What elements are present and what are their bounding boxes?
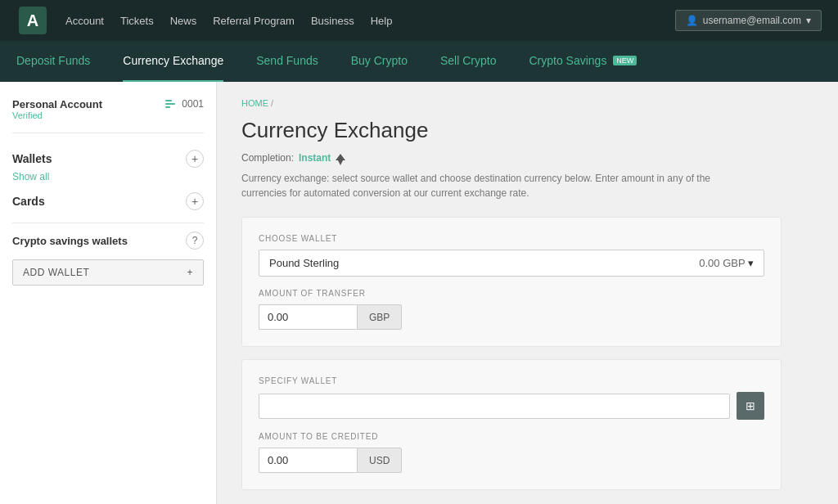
wallet-name: Pound Sterling [269,257,339,269]
main-content: HOME / Currency Exchange Completion: Ins… [217,82,838,504]
nav-referral[interactable]: Referral Program [213,15,295,27]
dest-currency-badge: USD [357,448,402,473]
source-currency-badge: GBP [357,304,402,330]
destination-wallet-card: SPECIFY WALLET ⊞ AMOUNT TO BE CREDITED U… [241,359,782,490]
nav-tickets[interactable]: Tickets [120,15,154,27]
page-description: Currency exchange: select source wallet … [241,171,749,200]
page-title: Currency Exchange [241,118,813,143]
wallets-label: Wallets [12,152,52,165]
breadcrumb: HOME / [241,98,813,108]
qr-scan-button[interactable]: ⊞ [737,392,764,420]
nav-news[interactable]: News [170,15,197,27]
tab-buy-crypto[interactable]: Buy Crypto [351,41,408,82]
add-wallet-plus-icon: + [187,267,193,278]
tab-send-funds[interactable]: Send Funds [256,41,318,82]
add-crypto-wallet-button[interactable]: ADD WALLET + [12,259,204,286]
bars-icon [165,100,175,108]
cards-section-header: Cards + [12,192,204,210]
wallets-section-header: Wallets + [12,150,204,168]
main-layout: Personal Account Verified 0001 Wallets +… [0,82,838,504]
dropdown-arrow-icon: ▾ [806,15,811,26]
crypto-section-header: Crypto savings wallets ? [12,223,204,250]
new-badge: NEW [613,56,637,65]
nav-account[interactable]: Account [65,15,104,27]
add-wallet-icon-button[interactable]: + [186,150,204,168]
add-card-icon-button[interactable]: + [186,192,204,210]
qr-icon: ⊞ [746,399,755,412]
instant-badge: Instant [299,152,331,164]
nav-business[interactable]: Business [311,15,354,27]
show-all-wallets[interactable]: Show all [12,171,204,182]
account-summary: Personal Account Verified 0001 [12,98,204,133]
tab-currency-exchange[interactable]: Currency Exchange [123,41,223,82]
amount-transfer-label: AMOUNT OF TRANSFER [259,289,764,298]
user-icon: 👤 [686,15,698,26]
account-verified: Verified [12,110,102,120]
amount-credited-label: AMOUNT TO BE CREDITED [259,432,764,441]
choose-wallet-label: CHOOSE WALLET [259,234,764,243]
user-menu-button[interactable]: 👤 username@email.com ▾ [675,10,822,31]
top-nav-links: Account Tickets News Referral Program Bu… [65,15,675,27]
wallet-dropdown[interactable]: Pound Sterling 0.00 GBP ▾ [259,250,764,277]
crypto-help-button[interactable]: ? [186,232,204,250]
amount-credited-row: USD [259,448,764,473]
nav-help[interactable]: Help [371,15,393,27]
account-number: 0001 [165,98,204,110]
tab-deposit-funds[interactable]: Deposit Funds [16,41,90,82]
specify-row: ⊞ [259,392,764,420]
secondary-nav: Deposit Funds Currency Exchange Send Fun… [0,41,838,82]
cards-label: Cards [12,195,45,208]
cursor-icon [336,151,344,164]
crypto-label: Crypto savings wallets [12,235,128,247]
add-wallet-label: ADD WALLET [23,267,89,278]
svg-text:A: A [27,11,38,29]
amount-credited-input[interactable] [259,448,357,473]
source-wallet-card: CHOOSE WALLET Pound Sterling 0.00 GBP ▾ … [241,217,782,347]
wallet-balance: 0.00 GBP [699,257,745,269]
specify-wallet-input[interactable] [259,394,730,419]
account-info: Personal Account Verified [12,98,102,120]
tab-sell-crypto[interactable]: Sell Crypto [440,41,496,82]
completion-label: Completion: [241,152,294,164]
specify-wallet-label: SPECIFY WALLET [259,376,764,385]
amount-transfer-row: GBP [259,304,764,330]
amount-transfer-input[interactable] [259,304,357,330]
user-email: username@email.com [703,15,801,26]
tab-crypto-savings[interactable]: Crypto Savings NEW [529,41,637,82]
wallet-dropdown-arrow-icon: ▾ [748,257,754,269]
completion-row: Completion: Instant [241,151,813,164]
top-nav-right: 👤 username@email.com ▾ [675,10,822,31]
sidebar: Personal Account Verified 0001 Wallets +… [0,82,217,504]
top-nav: A Account Tickets News Referral Program … [0,0,838,41]
account-title: Personal Account [12,98,102,110]
logo[interactable]: A [16,4,49,37]
breadcrumb-home[interactable]: HOME [241,98,268,108]
